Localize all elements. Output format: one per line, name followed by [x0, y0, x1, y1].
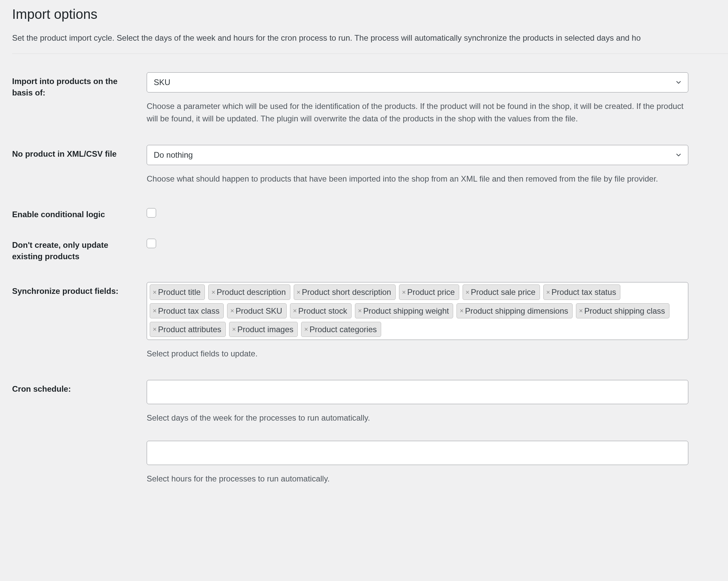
tag-label: Product attributes: [158, 324, 222, 335]
label-only-update: Don't create, only update existing produ…: [12, 241, 108, 261]
intro-text: Set the product import cycle. Select the…: [12, 32, 728, 54]
helper-no-product: Choose what should happen to products th…: [147, 172, 688, 185]
close-icon[interactable]: ×: [297, 289, 301, 296]
checkbox-only-update[interactable]: [147, 239, 156, 248]
label-import-basis: Import into products on the basis of:: [12, 77, 118, 97]
helper-cron-hours: Select hours for the processes to run au…: [147, 472, 688, 485]
close-icon[interactable]: ×: [460, 307, 464, 314]
close-icon[interactable]: ×: [304, 326, 308, 333]
tag-label: Product stock: [298, 306, 347, 316]
tag-item[interactable]: ×Product stock: [290, 303, 352, 319]
tag-item[interactable]: ×Product tax class: [150, 303, 224, 319]
label-no-product: No product in XML/CSV file: [12, 149, 117, 158]
close-icon[interactable]: ×: [293, 307, 297, 314]
tag-item[interactable]: ×Product sale price: [463, 284, 540, 300]
close-icon[interactable]: ×: [232, 326, 236, 333]
helper-import-basis: Choose a parameter which will be used fo…: [147, 100, 688, 125]
tag-label: Product images: [237, 324, 293, 335]
tag-item[interactable]: ×Product title: [150, 284, 205, 300]
row-sync-fields: Synchronize product fields: ×Product tit…: [12, 282, 728, 360]
tag-item[interactable]: ×Product shipping weight: [355, 303, 453, 319]
close-icon[interactable]: ×: [466, 289, 470, 296]
tag-item[interactable]: ×Product categories: [301, 322, 381, 337]
helper-cron-days: Select days of the week for the processe…: [147, 412, 688, 424]
tag-label: Product SKU: [235, 306, 282, 316]
close-icon[interactable]: ×: [153, 289, 157, 296]
tag-item[interactable]: ×Product description: [208, 284, 290, 300]
tag-label: Product tax status: [551, 287, 616, 297]
tag-item[interactable]: ×Product price: [399, 284, 459, 300]
label-conditional-logic: Enable conditional logic: [12, 210, 105, 219]
multiselect-cron-hours[interactable]: [147, 441, 688, 465]
tag-item[interactable]: ×Product shipping class: [576, 303, 670, 319]
tag-label: Product shipping class: [584, 306, 665, 316]
multiselect-cron-days[interactable]: [147, 380, 688, 404]
close-icon[interactable]: ×: [211, 289, 215, 296]
page-title: Import options: [12, 7, 728, 22]
tag-label: Product price: [407, 287, 454, 297]
tag-label: Product categories: [310, 324, 377, 335]
tag-item[interactable]: ×Product shipping dimensions: [457, 303, 573, 319]
close-icon[interactable]: ×: [358, 307, 362, 314]
label-sync-fields: Synchronize product fields:: [12, 286, 119, 296]
tag-label: Product title: [158, 287, 201, 297]
checkbox-conditional-logic[interactable]: [147, 208, 156, 218]
tag-label: Product shipping weight: [363, 306, 449, 316]
close-icon[interactable]: ×: [153, 307, 157, 314]
tag-label: Product tax class: [158, 306, 220, 316]
close-icon[interactable]: ×: [546, 289, 550, 296]
close-icon[interactable]: ×: [230, 307, 234, 314]
tag-item[interactable]: ×Product SKU: [227, 303, 286, 319]
select-no-product[interactable]: Do nothing: [147, 145, 688, 165]
row-cron-days: Cron schedule: Select days of the week f…: [12, 380, 728, 424]
tag-label: Product description: [217, 287, 286, 297]
row-conditional-logic: Enable conditional logic: [12, 205, 728, 220]
row-only-update: Don't create, only update existing produ…: [12, 236, 728, 262]
close-icon[interactable]: ×: [402, 289, 406, 296]
tag-label: Product sale price: [471, 287, 536, 297]
tag-item[interactable]: ×Product tax status: [543, 284, 621, 300]
close-icon[interactable]: ×: [579, 307, 583, 314]
close-icon[interactable]: ×: [153, 326, 157, 333]
row-no-product: No product in XML/CSV file Do nothing Ch…: [12, 145, 728, 185]
multiselect-sync-fields[interactable]: ×Product title×Product description×Produ…: [147, 282, 688, 340]
import-options-form: Import into products on the basis of: SK…: [12, 72, 728, 485]
helper-sync-fields: Select product fields to update.: [147, 347, 688, 360]
tag-label: Product short description: [302, 287, 391, 297]
tag-item[interactable]: ×Product images: [229, 322, 298, 337]
select-import-basis[interactable]: SKU: [147, 72, 688, 92]
row-import-basis: Import into products on the basis of: SK…: [12, 72, 728, 125]
tag-label: Product shipping dimensions: [465, 306, 568, 316]
label-cron-schedule: Cron schedule:: [12, 384, 71, 393]
tag-item[interactable]: ×Product attributes: [150, 322, 226, 337]
row-cron-hours: Select hours for the processes to run au…: [12, 441, 728, 485]
tag-item[interactable]: ×Product short description: [294, 284, 396, 300]
